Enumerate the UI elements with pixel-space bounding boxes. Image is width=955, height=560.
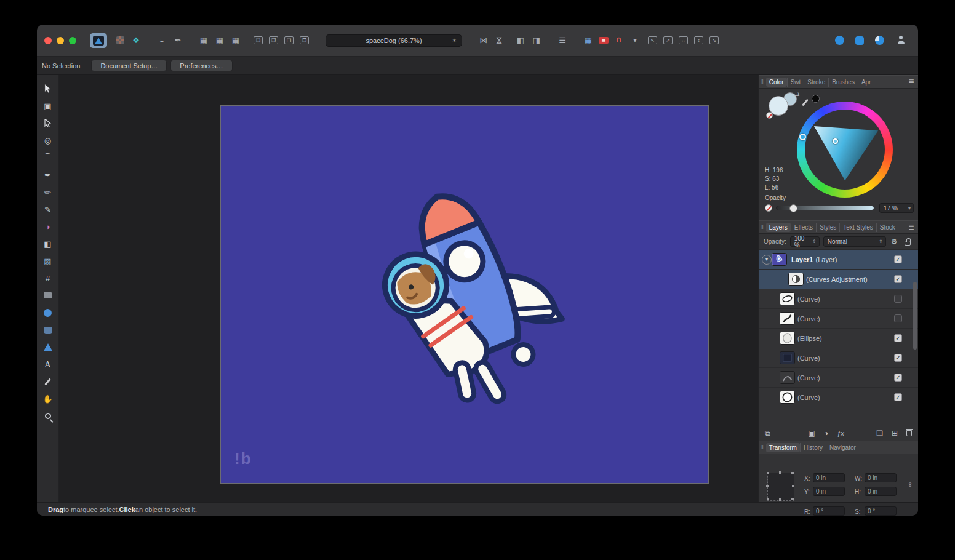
layer-thumbnail[interactable] bbox=[780, 332, 795, 345]
new-layer-icon[interactable]: ❏ bbox=[876, 429, 883, 438]
pixel-persona-button[interactable] bbox=[112, 33, 128, 48]
pen-badge-icon[interactable]: ✒ bbox=[170, 33, 186, 48]
panel-menu-icon[interactable]: ≣ bbox=[908, 223, 914, 231]
transform-mode-icon-3[interactable]: ↔ bbox=[679, 36, 688, 44]
layer-row-curve[interactable]: (Curve) bbox=[759, 309, 918, 329]
layer-thumbnail[interactable] bbox=[780, 312, 795, 325]
pencil-tool[interactable]: ✏ bbox=[39, 183, 57, 201]
artboard-tool[interactable]: ▣ bbox=[39, 97, 57, 114]
x-input[interactable] bbox=[813, 473, 845, 482]
adjustment-layer-icon[interactable]: ◑ bbox=[824, 429, 828, 438]
tab-effects[interactable]: Effects bbox=[791, 223, 816, 232]
layer-row-curve[interactable]: (Curve) ✓ bbox=[759, 368, 918, 388]
layer-visibility-checkbox[interactable] bbox=[894, 314, 902, 322]
transparency-tool[interactable]: ◧ bbox=[39, 235, 57, 252]
rotate-document-icon[interactable]: ◒ bbox=[154, 33, 170, 48]
color-marker[interactable] bbox=[833, 138, 838, 144]
pixel-grid-icon[interactable]: ▦ bbox=[212, 33, 228, 48]
no-color-swatch[interactable] bbox=[766, 112, 773, 119]
panel-drag-handle[interactable]: ‖ bbox=[761, 444, 764, 450]
opacity-slider[interactable] bbox=[776, 206, 874, 210]
insert-inside-icon[interactable]: ❑ bbox=[284, 36, 294, 44]
guides-icon[interactable]: ▦ bbox=[228, 33, 244, 48]
transform-mode-icon-4[interactable]: ↕ bbox=[694, 36, 703, 44]
tab-text-styles[interactable]: Text Styles bbox=[839, 223, 876, 232]
flip-horizontal-icon[interactable]: ⋈ bbox=[476, 33, 492, 48]
replace-selection-icon[interactable]: ❒ bbox=[300, 36, 309, 44]
pixel-preview-icon[interactable]: ▦ bbox=[599, 37, 609, 44]
tab-history[interactable]: History bbox=[800, 443, 826, 452]
swap-colors-icon[interactable]: ⇄ bbox=[794, 91, 799, 98]
triangle-tool[interactable] bbox=[39, 338, 57, 356]
color-picker-tool[interactable] bbox=[39, 373, 57, 390]
layer-thumbnail[interactable] bbox=[780, 292, 795, 305]
gear-icon[interactable]: ⚙ bbox=[891, 238, 898, 246]
point-transform-tool[interactable]: ◎ bbox=[39, 132, 57, 149]
opacity-slider-knob[interactable] bbox=[789, 204, 797, 212]
new-group-icon[interactable]: ⊞ bbox=[892, 429, 898, 438]
w-input[interactable] bbox=[865, 473, 897, 482]
color-grid-icon[interactable]: ▦ bbox=[580, 33, 596, 48]
tab-styles[interactable]: Styles bbox=[816, 223, 839, 232]
y-input[interactable] bbox=[813, 487, 845, 496]
tab-stroke[interactable]: Stroke bbox=[804, 78, 828, 87]
move-tool[interactable] bbox=[39, 80, 57, 97]
secondary-color-swatch[interactable] bbox=[812, 95, 820, 103]
layer-effects-icon[interactable]: ƒx bbox=[837, 430, 844, 437]
tab-stock[interactable]: Stock bbox=[876, 223, 898, 232]
link-dimensions-icon[interactable]: ∞ bbox=[907, 482, 914, 487]
layer-visibility-checkbox[interactable] bbox=[894, 295, 902, 303]
move-backward-icon[interactable]: ◧ bbox=[513, 33, 529, 48]
layer-visibility-checkbox[interactable]: ✓ bbox=[894, 334, 902, 342]
layer-thumbnail[interactable] bbox=[772, 253, 787, 266]
layer-thumbnail[interactable] bbox=[780, 391, 795, 404]
flip-vertical-icon[interactable]: ⋈ bbox=[492, 33, 507, 49]
smart-shape-icon[interactable] bbox=[875, 36, 884, 45]
vector-brush-tool[interactable]: ✎ bbox=[39, 201, 57, 218]
layer-visibility-checkbox[interactable]: ✓ bbox=[894, 354, 902, 362]
layers-opacity-dropdown[interactable]: 100 % ⇕ bbox=[790, 236, 820, 247]
layer-row-curves-adjustment[interactable]: (Curves Adjustment) ✓ bbox=[759, 270, 918, 289]
layers-scrollbar[interactable] bbox=[913, 282, 917, 350]
layer-thumbnail[interactable] bbox=[780, 371, 795, 384]
grid-settings-icon[interactable]: ▦ bbox=[196, 33, 212, 48]
insert-top-icon[interactable]: ❐ bbox=[269, 36, 278, 44]
panel-drag-handle[interactable]: ‖ bbox=[761, 79, 764, 85]
move-forward-icon[interactable]: ◨ bbox=[529, 33, 545, 48]
eyedropper-icon[interactable] bbox=[802, 99, 809, 106]
layer-thumbnail[interactable] bbox=[788, 273, 804, 286]
document-setup-button[interactable]: Document Setup… bbox=[91, 60, 167, 71]
layer-thumbnail[interactable] bbox=[780, 351, 795, 364]
zoom-window-button[interactable] bbox=[69, 37, 76, 44]
shape-style-icon[interactable] bbox=[855, 36, 864, 45]
export-persona-button[interactable]: ❖ bbox=[128, 33, 144, 48]
tab-layers[interactable]: Layers bbox=[766, 223, 791, 232]
layers-stack-icon[interactable]: ⧉ bbox=[765, 429, 770, 438]
layer-row-curve[interactable]: (Curve) ✓ bbox=[759, 348, 918, 368]
color-sync-icon[interactable] bbox=[835, 36, 844, 45]
shear-input[interactable] bbox=[865, 506, 897, 516]
layer-visibility-checkbox[interactable]: ✓ bbox=[894, 393, 902, 401]
designer-persona-button[interactable] bbox=[90, 33, 107, 48]
fill-tool[interactable]: ◑ bbox=[39, 218, 57, 235]
account-icon[interactable] bbox=[896, 36, 906, 45]
lock-icon[interactable] bbox=[905, 241, 911, 246]
anchor-point-selector[interactable] bbox=[767, 473, 794, 501]
node-tool[interactable] bbox=[39, 114, 57, 132]
transform-mode-icon-1[interactable]: ↖ bbox=[648, 36, 657, 44]
place-image-tool[interactable]: ▨ bbox=[39, 252, 57, 270]
view-tool[interactable]: ✋ bbox=[39, 390, 57, 407]
transform-mode-icon-5[interactable]: ↘ bbox=[709, 36, 719, 44]
alignment-icon[interactable]: ☰ bbox=[554, 33, 570, 48]
hue-marker[interactable] bbox=[799, 134, 806, 140]
layer-row-ellipse[interactable]: (Ellipse) ✓ bbox=[759, 329, 918, 348]
document-title-menu[interactable]: spaceDog (66.7%) ✶ bbox=[326, 34, 462, 47]
disclosure-triangle-icon[interactable]: ▾ bbox=[762, 255, 772, 265]
opacity-none-icon[interactable] bbox=[765, 204, 772, 212]
close-window-button[interactable] bbox=[44, 37, 52, 44]
snapping-dropdown-icon[interactable]: ▾ bbox=[627, 33, 643, 48]
opacity-value-field[interactable]: 17 % ▾ bbox=[879, 203, 914, 213]
saturation-lightness-triangle[interactable] bbox=[810, 114, 882, 182]
tab-color[interactable]: Color bbox=[766, 78, 787, 87]
transform-mode-icon-2[interactable]: ↗ bbox=[663, 36, 673, 44]
